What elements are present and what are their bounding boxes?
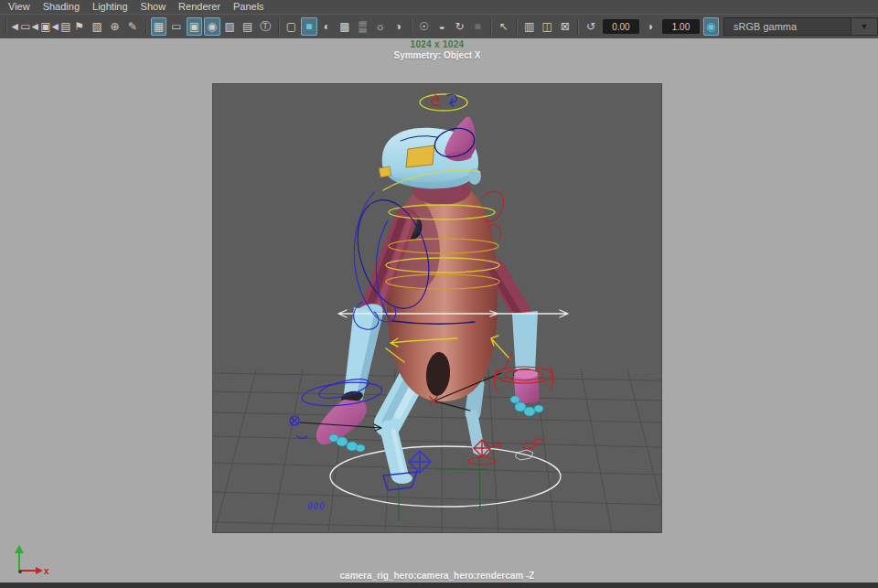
exposure-contrast-icon[interactable]: ◗ bbox=[643, 17, 658, 36]
render-region[interactable] bbox=[213, 84, 661, 532]
view-axis-indicator: x bbox=[7, 542, 51, 579]
menu-shading[interactable]: Shading bbox=[37, 0, 86, 14]
lighting-all-icon[interactable]: ☼ bbox=[372, 17, 388, 36]
image-plane-icon[interactable]: ▧ bbox=[89, 17, 104, 36]
display-grid-icon[interactable]: ▦ bbox=[151, 17, 166, 36]
gamma-field[interactable]: 1.00 bbox=[662, 19, 699, 34]
x-axis-label: x bbox=[44, 566, 49, 576]
menu-view[interactable]: View bbox=[2, 0, 37, 14]
right-arm-mesh[interactable] bbox=[492, 269, 538, 380]
wireframe-icon[interactable]: ▢ bbox=[284, 17, 299, 36]
safe-action-icon[interactable]: ▤ bbox=[240, 17, 255, 36]
left-knee-control[interactable] bbox=[409, 451, 431, 473]
isolate-select-icon[interactable]: ↖ bbox=[496, 17, 511, 36]
resolution-gate-label: 1024 x 1024 bbox=[213, 39, 661, 49]
toolbar-separator bbox=[490, 19, 491, 35]
toolbar-separator bbox=[145, 19, 146, 35]
symmetry-status-label: Symmetry: Object X bbox=[213, 50, 661, 60]
toolbar-separator bbox=[5, 19, 6, 35]
toolbar-separator bbox=[411, 19, 412, 35]
view-transform-dropdown[interactable]: sRGB gamma▼ bbox=[723, 17, 878, 36]
camera-name-label: camera_rig_hero:camera_hero:rendercam -Z bbox=[213, 571, 661, 581]
menu-renderer[interactable]: Renderer bbox=[172, 0, 227, 14]
toolbar-separator bbox=[516, 19, 517, 35]
ambient-occlusion-icon[interactable]: ◒ bbox=[434, 17, 449, 36]
toolbar-separator bbox=[577, 19, 578, 35]
frame-counter-label: 000 bbox=[307, 501, 326, 511]
overlay-layer-icon[interactable]: ◫ bbox=[540, 17, 555, 36]
exposure-field[interactable]: 0.00 bbox=[603, 19, 639, 34]
render-scene bbox=[213, 84, 661, 532]
wireframe-on-shaded-icon[interactable]: ▩ bbox=[337, 17, 352, 36]
snapshot-icon[interactable]: ▥ bbox=[521, 17, 537, 36]
menu-lighting[interactable]: Lighting bbox=[86, 0, 134, 14]
bookmark-icon[interactable]: ⚑ bbox=[71, 17, 87, 36]
camera-attributes-icon[interactable]: ◄▤ bbox=[51, 17, 70, 36]
toolbar: ◄▭◄▣◄▤⚑▧⊕✎▦▭▣◉▨▤Ⓣ▢■◐▩▒☼◑☉◒↻■↖▥◫⊠↺0.00◗1.… bbox=[0, 14, 878, 38]
camera-lock-icon[interactable]: ◄▣ bbox=[31, 17, 49, 36]
character-mesh[interactable] bbox=[316, 116, 543, 484]
visor-mesh bbox=[406, 145, 434, 167]
viewport[interactable]: 1024 x 1024 Symmetry: Object X bbox=[0, 38, 878, 583]
motion-blur-icon[interactable]: ↻ bbox=[452, 17, 467, 36]
default-light-icon[interactable]: ☉ bbox=[416, 17, 432, 36]
cog-control-curve[interactable] bbox=[420, 94, 467, 111]
resolution-gate-icon[interactable]: ▣ bbox=[187, 17, 202, 36]
menubar: ViewShadingLightingShowRendererPanels bbox=[0, 0, 878, 14]
tumble-camera-icon[interactable]: ◄▭ bbox=[11, 17, 29, 36]
color-management-toggle-icon[interactable]: ◉ bbox=[703, 17, 719, 36]
smooth-shade-icon[interactable]: ■ bbox=[301, 17, 316, 36]
film-gate-icon[interactable]: ▭ bbox=[168, 17, 184, 36]
menu-show[interactable]: Show bbox=[134, 0, 173, 14]
root-control-curve[interactable] bbox=[330, 446, 561, 507]
x-axis-arrow-icon bbox=[36, 567, 43, 574]
gate-info: 1024 x 1024 Symmetry: Object X bbox=[213, 39, 661, 60]
dropdown-arrow-icon[interactable]: ▼ bbox=[851, 18, 877, 35]
window-edge bbox=[0, 583, 878, 588]
textured-icon[interactable]: ◐ bbox=[319, 17, 335, 36]
multi-pass-icon[interactable]: ⊠ bbox=[557, 17, 573, 36]
gate-mask-icon[interactable]: ◉ bbox=[204, 17, 220, 36]
xray-icon[interactable]: ▒ bbox=[355, 17, 370, 36]
view-transform-value: sRGB gamma bbox=[724, 18, 851, 35]
pan-zoom-icon[interactable]: ⊕ bbox=[107, 17, 123, 36]
refresh-view-icon[interactable]: ↺ bbox=[583, 17, 598, 36]
safe-title-icon[interactable]: Ⓣ bbox=[257, 17, 273, 36]
y-axis-arrow-icon bbox=[15, 545, 24, 553]
toolbar-separator bbox=[278, 19, 279, 35]
grease-pencil-icon[interactable]: ✎ bbox=[124, 17, 140, 36]
maya-viewport-panel: ViewShadingLightingShowRendererPanels ◄▭… bbox=[0, 0, 878, 588]
menu-panels[interactable]: Panels bbox=[227, 0, 271, 14]
background-color-icon[interactable]: ■ bbox=[469, 17, 485, 36]
right-hand-mesh[interactable] bbox=[510, 369, 543, 416]
field-chart-icon[interactable]: ▨ bbox=[222, 17, 238, 36]
shadows-icon[interactable]: ◑ bbox=[391, 17, 406, 36]
